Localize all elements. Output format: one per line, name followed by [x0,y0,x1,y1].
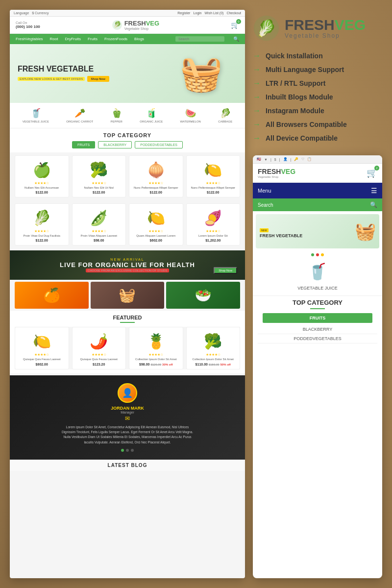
mobile-search-icon[interactable]: 🔍 [370,201,377,208]
features-list: → Quick Installation → Multi Language Su… [253,51,382,143]
latest-blog-section: LATEST BLOG [10,460,245,471]
featured-discount-2: 30% off [162,363,172,366]
hero-dot-2[interactable] [316,253,319,256]
feature-browsers-compatible: → All Browsers Compatible [253,120,382,129]
svg-text:🥬: 🥬 [114,21,122,28]
product-card-6[interactable]: 🍋 ★★★★☆ Quam Aliquam Laoreet Lorem $602.… [129,203,183,245]
mobile-heart-icon[interactable]: ♡ [301,157,304,161]
featured-product-0[interactable]: 🍋 ★★★★☆ Quisque Quis Feuss Laoreet $802.… [15,327,69,369]
nav-dryfruits[interactable]: DryFruits [65,37,81,41]
product-image-0: 🍏 [18,159,66,180]
hero-dot-1[interactable] [311,253,314,256]
brand-logo-text: FRESHVEG Vegetable Shop [285,18,366,39]
hero-shop-button[interactable]: Shop Now [87,76,109,82]
pepper-icon: 🫑 [111,108,122,119]
tab-poddedvegetables[interactable]: PODDEDVEGETABLES [135,141,183,148]
product-card-3[interactable]: 🍋 ★★★★☆ Nunc Pellentesque Alliqet Semper… [186,155,241,197]
cat-label-1: ORGANIC CARROT [66,120,93,123]
product-name-5: Proin Vitae Aliquam Laoreet [75,234,123,238]
feature-label-0: Quick Installation [266,52,323,60]
logo-tagline: Vegetable Shop [124,27,160,30]
dot-3[interactable] [131,449,134,452]
featured-product-3[interactable]: 🥦 ★★★★☆ Collection Ipsum Dolor Sit Amet … [186,327,241,369]
dot-2[interactable] [126,449,129,452]
product-price-4: $122.00 [18,239,66,242]
featured-price-2: $98.00 $120.00 30% off [132,363,180,366]
product-name-2: Nunc Pellentesque Alliqet Semper [132,186,180,190]
nav-blogs[interactable]: Blogs [134,37,144,41]
product-name-4: Proin Vitae Dui Dug Facilisis [18,234,66,238]
cat-pepper[interactable]: 🫑 PEPPER [111,108,122,123]
cart-icon[interactable]: 🛒 0 [231,21,239,29]
product-card-0[interactable]: 🍏 ★★★★☆ Nullam Nec Elit Accumsan $122.00 [15,155,69,197]
feature-label-5: All Browsers Compatible [266,121,347,128]
cat-organic-juice[interactable]: 🧃 ORGANIC JUICE [140,108,163,123]
hero-dot-3[interactable] [321,253,324,256]
organic-banner: NEW ARRIVAL LIVE FOR ORGANIC LIVE FOR HE… [10,250,245,280]
product-stars-7: ★★★★☆ [190,229,237,233]
nav-fruits[interactable]: Fruits [88,37,98,41]
cat-vegetable-juice[interactable]: 🥤 VEGETABLE JUICE [23,108,49,123]
featured-name-1: Quisque Quis Feuss Laoreet [75,358,123,361]
mobile-cart-icon[interactable]: 🛒 2 [367,168,377,178]
wishlist-link[interactable]: Wish List (0) [205,11,224,15]
product-card-5[interactable]: 🫛 ★★★★☆ Proin Vitae Aliquam Laoreet $98.… [72,203,126,245]
cabbage-icon: 🥬 [220,108,231,119]
search-icon[interactable]: 🔍 [233,36,239,42]
three-images-row: 🍊 🧺 🥗 [10,280,245,311]
product-price-2: $122.00 [132,191,180,194]
cat-cabbage[interactable]: 🥬 CABBAGE [218,108,232,123]
product-price-1: $122.00 [75,191,123,194]
mobile-separator-3: | [291,158,292,161]
cat-label-2: PEPPER [111,120,122,123]
checkout-link[interactable]: Checkout [226,11,241,15]
mobile-key-icon[interactable]: 🔑 [294,157,298,161]
mobile-topbar: 🇺🇸 ▼ | $ | 👤 | 🔑 ♡ 📋 [253,155,382,164]
nav-frozenfoods[interactable]: FrozenFoods [104,37,127,41]
testimonial-avatar: 👤 [118,383,137,403]
dot-1[interactable] [121,449,124,452]
product-price-7: $1,202.00 [190,239,237,242]
cat-organic-carrot[interactable]: 🥕 ORGANIC CARROT [66,108,93,123]
nav-freshvegtables[interactable]: FreshVegtables [16,37,43,41]
mobile-tab-poddedvegetables[interactable]: PODDEDVEGETABLES [258,334,377,343]
featured-old-price-2: $120.00 [150,363,161,366]
tab-fruits[interactable]: FRUITS [72,141,95,148]
search-input[interactable] [175,36,224,42]
mobile-tab-blackberry[interactable]: BLACKBERRY [258,325,377,334]
arrow-icon-4: → [253,106,261,115]
organic-juice-icon: 🧃 [146,108,157,119]
featured-product-1[interactable]: 🌶️ ★★★★☆ Quisque Quis Feuss Laoreet $123… [72,327,126,369]
logo-brand: FRESHVEG [124,20,160,27]
register-link[interactable]: Register [177,11,190,15]
nav-root[interactable]: Root [50,37,58,41]
tab-blackberry[interactable]: BLACKBERRY [98,141,132,148]
product-stars-1: ★★★★☆ [75,181,123,185]
cat-watermelon[interactable]: 🍉 WATERMELON [180,108,201,123]
organic-shop-button[interactable]: Shop Now [214,267,237,274]
product-card-4[interactable]: 🥬 ★★★★☆ Proin Vitae Dui Dug Facilisis $1… [15,203,69,245]
hero-image: 🧺 [162,47,240,100]
mobile-user-icon[interactable]: 👤 [283,157,288,161]
product-card-1[interactable]: 🥦 ★★★★☆ Nullam Nec Elit Ut Nisl $122.00 [72,155,126,197]
testimonial-role: Manager [18,411,237,414]
product-card-2[interactable]: 🧅 ★★★★☆ Nunc Pellentesque Alliqet Semper… [129,155,183,197]
language-selector[interactable]: Language [14,11,29,15]
currency-selector[interactable]: $ Currency [32,11,49,15]
mobile-clipboard-icon[interactable]: 📋 [307,157,312,161]
featured-discount-3: 50% off [220,363,231,366]
featured-product-2[interactable]: 🍍 ★★★★☆ Collection Ipsum Dolor Sit Amet … [129,327,183,369]
product-card-7[interactable]: 🍠 ★★★★☆ Lorem Ipsum Dolor Sit $1,202.00 [186,203,241,245]
mobile-menu-label: Menu [258,188,271,194]
featured-name-2: Collection Ipsum Dolor Sit Amet [132,358,180,361]
arrow-icon-5: → [253,120,261,129]
mobile-tab-fruits[interactable]: FRUITS [263,313,372,323]
hamburger-icon[interactable]: ☰ [371,187,377,195]
featured-name-3: Collection Ipsum Dolor Sit Amet [190,358,237,361]
brand-section: 🥬 FRESHVEG Vegetable Shop → Quick Instal… [253,10,382,150]
feature-instagram-module: → Instagram Module [253,106,382,115]
login-link[interactable]: Login [193,11,201,15]
category-tabs: FRUITS BLACKBERRY PODDEDVEGETABLES [10,141,245,152]
mobile-logo-text: FRESHVEG [258,168,295,175]
mobile-logo-sub: Vegetable Shop [258,175,295,178]
